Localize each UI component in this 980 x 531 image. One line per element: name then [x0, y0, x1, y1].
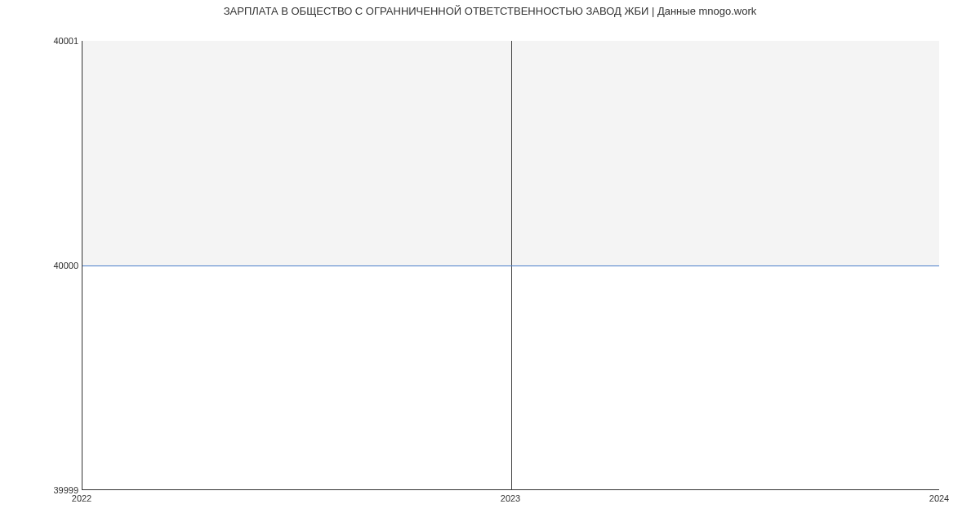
- y-tick-label: 40001: [5, 36, 78, 46]
- plot-area: [82, 41, 939, 490]
- series-line: [82, 266, 939, 266]
- x-tick-label: 2023: [501, 493, 520, 503]
- chart-title: ЗАРПЛАТА В ОБЩЕСТВО С ОГРАННИЧЕННОЙ ОТВЕ…: [0, 5, 980, 17]
- salary-chart: ЗАРПЛАТА В ОБЩЕСТВО С ОГРАННИЧЕННОЙ ОТВЕ…: [0, 0, 980, 531]
- y-tick-label: 40000: [5, 261, 78, 270]
- x-tick-label: 2024: [929, 493, 949, 503]
- y-tick-label: 39999: [5, 485, 78, 495]
- x-tick-label: 2022: [72, 493, 91, 503]
